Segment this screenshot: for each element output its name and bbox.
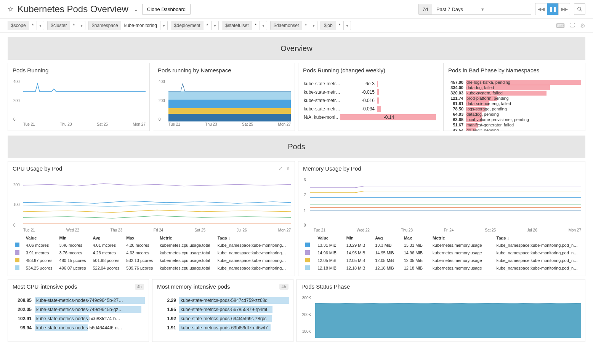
fullscreen-icon[interactable]: ⤢ (279, 166, 283, 171)
panel-pods-running-ns[interactable]: Pods running by Namespace 400 200 0 Tue … (153, 63, 295, 131)
legend-row[interactable]: 14.96 MiB14.95 MiB14.95 MiB14.96 MiBkube… (302, 249, 581, 257)
filter-pill[interactable]: $daemonset*▾ (270, 21, 317, 30)
panel-pods-bad-phase[interactable]: Pods in Bad Phase by Namespaces 457.00dr… (443, 63, 585, 131)
chevron-down-icon[interactable]: ▾ (310, 21, 317, 30)
panel-title: Pods Running (changed weekly) (298, 63, 440, 77)
chevron-down-icon[interactable]: ▾ (260, 21, 267, 30)
time-range-picker[interactable]: 7d Past 7 Days ▾ (418, 4, 531, 15)
chevron-down-icon[interactable]: ▾ (211, 21, 218, 30)
forward-button[interactable]: ▶▶ (558, 3, 570, 15)
toplist-row[interactable]: 99.94kube-state-metrics-nodes-56d46444f6… (12, 323, 145, 332)
bad-phase-row[interactable]: 63.65local-volume-provisioner, pending (447, 117, 581, 122)
chevron-down-icon[interactable]: ▾ (37, 21, 44, 30)
legend-row[interactable]: 12.05 MiB12.05 MiB12.05 MiB12.05 MiBkube… (302, 257, 581, 264)
toplist-row[interactable]: 2.29kube-state-metrics-pods-5847cd759-zz… (156, 296, 289, 305)
bad-phase-row[interactable]: 78.50logs-storage, pending (447, 106, 581, 112)
chevron-down-icon[interactable]: ▾ (343, 21, 351, 30)
panel-cpu-usage[interactable]: CPU Usage by Pod ⤢ ⇪ 200 100 0 T (8, 161, 295, 276)
keyboard-icon[interactable]: ⌨ (556, 22, 565, 29)
bad-phase-row[interactable]: 91.81data-science-eng, failed (447, 101, 581, 106)
legend-row[interactable]: 12.18 MiB12.18 MiB12.18 MiB12.18 MiBkube… (302, 264, 581, 272)
panel-top-cpu[interactable]: Most CPU-intensive pods 4h 208.85kube-st… (8, 279, 149, 342)
chevron-down-icon[interactable]: ▾ (78, 21, 85, 30)
panel-top-mem[interactable]: Most memory-intensive pods 4h 2.29kube-s… (152, 279, 293, 342)
legend-header[interactable] (302, 235, 314, 241)
legend-row[interactable]: 4.06 mcores3.46 mcores4.01 mcores4.28 mc… (12, 241, 291, 249)
toplist-row[interactable]: 1.92kube-state-metrics-pods-694f45f69c-z… (156, 314, 289, 323)
filter-value[interactable]: * (29, 21, 37, 30)
filter-pill[interactable]: $namespacekube-monitoring▾ (88, 21, 168, 30)
legend-header[interactable]: Tags ↓ (215, 235, 291, 241)
settings-icon[interactable]: ⚙ (580, 22, 585, 29)
filter-pill[interactable]: $statefulset*▾ (222, 21, 267, 30)
chevron-down-icon[interactable]: ▾ (160, 21, 167, 30)
legend-header[interactable]: Avg (372, 235, 401, 241)
legend-header[interactable]: Avg (90, 235, 123, 241)
legend-header[interactable]: Metric (430, 235, 493, 241)
playback-controls: ◀◀ ❚❚ ▶▶ (535, 3, 570, 15)
change-row[interactable]: N/A, kube-moni…-0.14 (302, 113, 436, 121)
export-icon[interactable]: ⇪ (286, 166, 290, 171)
pause-button[interactable]: ❚❚ (547, 3, 558, 15)
filter-value[interactable]: kube-monitoring (121, 21, 160, 30)
star-icon[interactable]: ☆ (8, 5, 14, 13)
legend-header[interactable] (12, 235, 23, 241)
panel-pods-running-changed[interactable]: Pods Running (changed weekly) kube-state… (298, 63, 440, 131)
legend-header[interactable]: Max (123, 235, 157, 241)
legend-header[interactable]: Value (23, 235, 56, 241)
panel-title: Most CPU-intensive pods (13, 283, 77, 290)
legend-row[interactable]: 483.67 μcores480.15 μcores501.98 μcores5… (12, 257, 291, 264)
filter-value[interactable]: * (302, 21, 310, 30)
bad-phase-row[interactable]: 121.74prod-platform, pending (447, 96, 581, 101)
bad-phase-row[interactable]: 64.03datadog, pending (447, 112, 581, 117)
clone-dashboard-button[interactable]: Clone Dashboard (142, 4, 191, 15)
legend-row[interactable]: 534.25 μcores496.07 μcores522.04 μcores5… (12, 264, 291, 272)
bad-phase-row[interactable]: 51.67manifest-generator, failed (447, 122, 581, 128)
panel-memory-usage[interactable]: Memory Usage by Pod 3 2 1 0 Tue 21Wed 22… (298, 161, 585, 276)
legend-header[interactable]: Value (314, 235, 343, 241)
filter-key: $cluster (48, 21, 70, 30)
legend-swatch (15, 243, 19, 247)
legend-row[interactable]: 3.91 mcores3.76 mcores4.23 mcores4.63 mc… (12, 249, 291, 257)
panel-pods-status-phase[interactable]: Pods Status Phase 300K 200K 100K (296, 279, 585, 342)
filter-pill[interactable]: $cluster*▾ (47, 21, 85, 30)
legend-row[interactable]: 13.31 MiB13.29 MiB13.3 MiB13.31 MiBkuber… (302, 241, 581, 249)
filter-value[interactable]: * (204, 21, 212, 30)
filter-pill[interactable]: $scope*▾ (8, 21, 44, 30)
filter-value[interactable]: * (252, 21, 260, 30)
filter-value[interactable]: * (336, 21, 344, 30)
time-range-label[interactable]: Past 7 Days ▾ (432, 4, 531, 14)
toplist-row[interactable]: 208.85kube-state-metrics-nodes-749c9645b… (12, 296, 145, 305)
legend-swatch (15, 250, 19, 255)
bad-phase-row[interactable]: 457.00dre-logs-kafka, pending (447, 80, 581, 85)
search-button[interactable] (574, 3, 585, 15)
svg-rect-5 (168, 114, 291, 121)
panel-pods-running[interactable]: Pods Running 400 200 0 Tue 21Thu 23Sat 2… (8, 63, 150, 131)
legend-header[interactable]: Metric (157, 235, 214, 241)
tv-mode-icon[interactable]: 🖵 (569, 22, 575, 29)
toplist-row[interactable]: 1.91kube-state-metrics-pods-69bf59df7b-d… (156, 323, 289, 332)
toplist-row[interactable]: 202.05kube-state-metrics-nodes-749c9645b… (12, 305, 145, 314)
legend-header[interactable]: Min (56, 235, 90, 241)
bad-phase-row[interactable]: 42.54go-audit, pending (447, 128, 581, 131)
svg-line-1 (580, 10, 582, 11)
legend-header[interactable]: Tags ↓ (494, 235, 581, 241)
title-dropdown-icon[interactable]: ⌄ (134, 6, 138, 12)
filter-key: $scope (8, 21, 29, 30)
change-row[interactable]: kube-state-metr…-0.016 (302, 96, 436, 105)
legend-header[interactable]: Min (343, 235, 372, 241)
filter-pill[interactable]: $deployment*▾ (171, 21, 219, 30)
filter-value[interactable]: * (70, 21, 78, 30)
svg-point-0 (578, 7, 581, 10)
bad-phase-row[interactable]: 320.03kube-system, failed (447, 90, 581, 96)
change-row[interactable]: kube-state-metr…-0.034 (302, 105, 436, 113)
panel-title: CPU Usage by Pod (13, 165, 62, 172)
legend-header[interactable]: Max (401, 235, 430, 241)
bad-phase-row[interactable]: 334.00datadog, failed (447, 85, 581, 90)
toplist-row[interactable]: 1.95kube-state-metrics-pods-567855879-rp… (156, 305, 289, 314)
change-row[interactable]: kube-state-metr…-6e-3 (302, 80, 436, 88)
change-row[interactable]: kube-state-metr…-0.015 (302, 88, 436, 96)
filter-pill[interactable]: $job*▾ (321, 21, 351, 30)
rewind-button[interactable]: ◀◀ (535, 3, 547, 15)
toplist-row[interactable]: 102.91kube-state-metrics-nodes-5c688fcf7… (12, 314, 145, 323)
